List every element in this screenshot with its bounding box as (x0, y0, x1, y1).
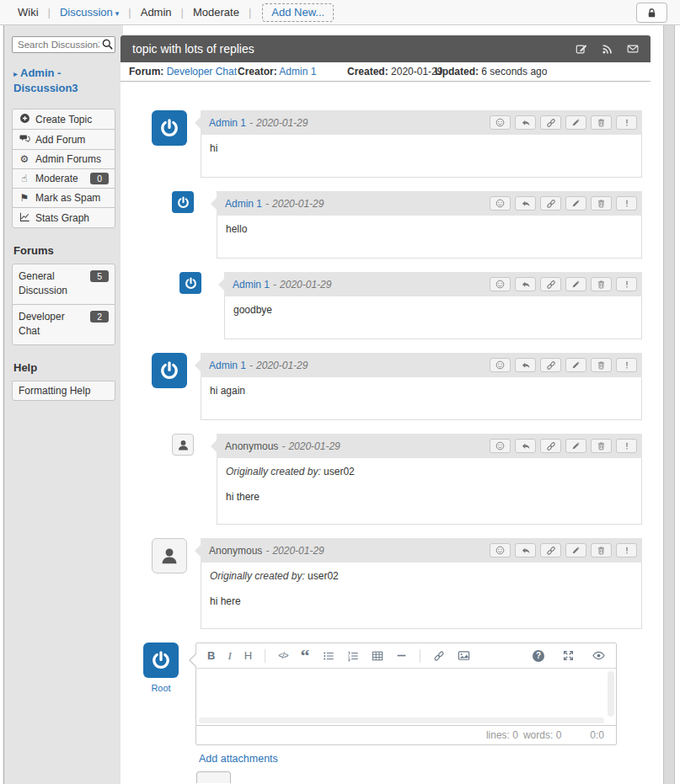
reply-button[interactable] (515, 439, 536, 453)
permalink-button[interactable] (540, 277, 561, 291)
edit-topic-icon[interactable] (576, 43, 587, 55)
edit-button[interactable] (565, 277, 586, 291)
ordered-list-button[interactable] (347, 650, 359, 662)
reply-header: Admin 1 - 2020-01-29 (224, 272, 642, 296)
trash-icon (597, 199, 606, 208)
smiley-button[interactable] (490, 358, 511, 372)
reply-button[interactable] (515, 196, 536, 211)
permalink-button[interactable] (540, 439, 561, 453)
delete-button[interactable] (591, 439, 612, 453)
formatting-help-button[interactable]: Formatting Help (12, 381, 115, 401)
trash-icon (597, 441, 606, 451)
delete-button[interactable] (591, 196, 612, 211)
forum-item-general-discussion[interactable]: General Discussion 5 (12, 264, 115, 305)
add-new-button[interactable]: Add New... (262, 3, 334, 22)
breadcrumb[interactable]: ▸Admin - Discussion3 (13, 66, 114, 95)
link-icon (546, 199, 556, 209)
smiley-button[interactable] (490, 196, 511, 211)
reply-date: 2020-01-29 (288, 440, 340, 452)
smiley-icon (495, 441, 505, 451)
delete-button[interactable] (591, 543, 612, 557)
nav-admin[interactable]: Admin (141, 6, 172, 19)
forum-link[interactable]: Developer Chat (167, 66, 237, 77)
add-forum-button[interactable]: Add Forum (12, 129, 115, 150)
reply-author-link[interactable]: Admin 1 (209, 117, 246, 129)
editor-textarea[interactable] (196, 669, 616, 725)
smiley-icon (495, 546, 505, 555)
reply-button[interactable] (515, 277, 536, 291)
permalink-button[interactable] (540, 358, 561, 372)
edit-button[interactable] (565, 543, 586, 557)
moderate-button[interactable]: ☝ Moderate 0 (12, 168, 115, 189)
edit-button[interactable] (565, 439, 586, 453)
lines-count: lines: 0 (486, 729, 518, 741)
rss-feed-icon[interactable] (602, 44, 613, 55)
insert-link-button[interactable] (433, 650, 445, 662)
permalink-button[interactable] (540, 196, 561, 211)
replies-list: Admin 1 - 2020-01-29 hi (120, 82, 651, 629)
permalink-button[interactable] (540, 115, 561, 130)
smiley-button[interactable] (490, 115, 511, 130)
edit-button[interactable] (565, 358, 586, 372)
bold-button[interactable]: B (207, 649, 215, 662)
nav-wiki[interactable]: Wiki (18, 6, 39, 19)
stats-graph-button[interactable]: Stats Graph (12, 207, 115, 228)
reply-button[interactable] (515, 115, 536, 130)
subscribe-envelope-icon[interactable] (627, 43, 639, 55)
horizontal-rule-button[interactable] (396, 650, 407, 661)
reply-author-link[interactable]: Anonymous (225, 440, 278, 452)
report-button[interactable] (616, 115, 637, 130)
editor-horizontal-scrollbar[interactable] (199, 717, 604, 723)
lock-button[interactable] (636, 3, 667, 23)
anonymous-avatar (172, 434, 194, 456)
nav-moderate[interactable]: Moderate (193, 6, 239, 19)
reply-button[interactable] (515, 358, 536, 372)
editor-user-link[interactable]: Root (143, 683, 179, 693)
delete-button[interactable] (591, 277, 612, 291)
smiley-button[interactable] (490, 439, 511, 453)
reply-author-link[interactable]: Admin 1 (225, 198, 262, 210)
smiley-icon (495, 280, 505, 289)
reply-author-link[interactable]: Admin 1 (209, 360, 246, 371)
search-input[interactable] (12, 36, 115, 53)
reply-author-link[interactable]: Anonymous (209, 545, 262, 557)
chevron-down-icon: ▾ (115, 9, 120, 18)
code-button[interactable]: </> (278, 651, 287, 660)
edit-button[interactable] (565, 196, 586, 211)
report-button[interactable] (616, 358, 637, 372)
page-scrollbar[interactable] (663, 25, 675, 784)
reply-button[interactable] (515, 543, 536, 557)
reply-item: Anonymous - 2020-01-29 Originally create… (120, 434, 651, 525)
nav-discussion-dropdown[interactable]: Discussion▾ (60, 6, 119, 19)
report-button[interactable] (616, 196, 637, 211)
italic-button[interactable]: I (228, 649, 231, 663)
smiley-button[interactable] (490, 543, 511, 557)
create-topic-button[interactable]: Create Topic (12, 109, 115, 130)
heading-button[interactable]: H (244, 649, 252, 662)
bullet-list-button[interactable] (323, 650, 335, 662)
fullscreen-button[interactable] (563, 650, 574, 661)
insert-image-button[interactable] (458, 649, 470, 662)
help-button[interactable]: ? (533, 650, 544, 662)
mark-as-spam-button[interactable]: ⚑ Mark as Spam (12, 188, 115, 208)
report-button[interactable] (616, 439, 637, 453)
creator-link[interactable]: Admin 1 (279, 66, 316, 77)
add-attachments-link[interactable]: Add attachments (199, 753, 278, 765)
report-button[interactable] (616, 543, 637, 557)
preview-button[interactable] (592, 649, 605, 662)
smiley-button[interactable] (490, 277, 511, 291)
editor-vertical-scrollbar[interactable] (608, 671, 614, 717)
quote-button[interactable]: “ (301, 650, 310, 662)
reply-author-link[interactable]: Admin 1 (233, 279, 270, 291)
table-button[interactable] (372, 650, 383, 662)
forum-item-developer-chat[interactable]: Developer Chat 2 (12, 304, 115, 345)
permalink-button[interactable] (540, 543, 561, 557)
reply-item: Admin 1 - 2020-01-29 hi (120, 110, 651, 178)
delete-button[interactable] (591, 358, 612, 372)
reply-text: hi here (210, 595, 633, 607)
edit-button[interactable] (565, 115, 586, 130)
report-button[interactable] (616, 277, 637, 291)
delete-button[interactable] (591, 115, 612, 130)
admin-forums-button[interactable]: ⚙ Admin Forums (12, 149, 115, 169)
submit-button[interactable] (196, 771, 231, 783)
